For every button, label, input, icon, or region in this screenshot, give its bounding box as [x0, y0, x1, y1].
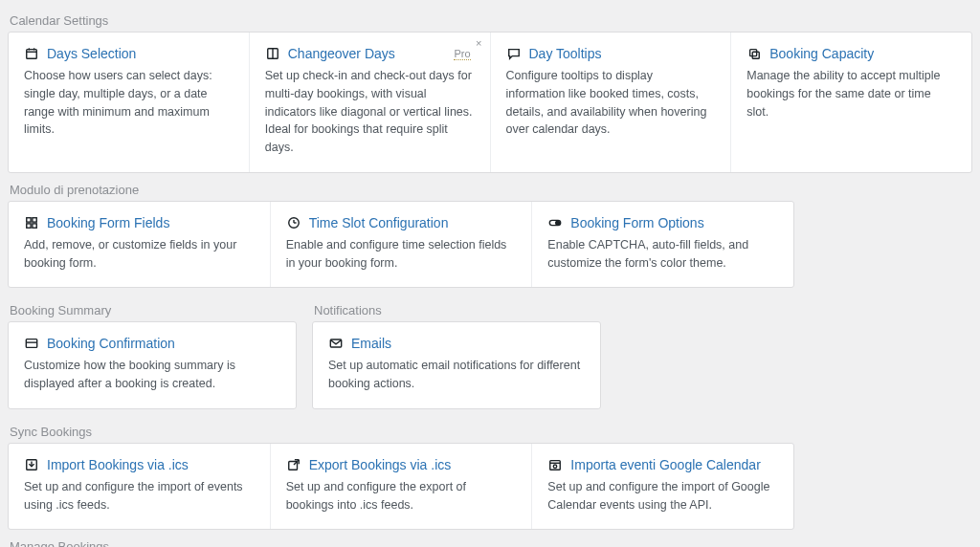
card-desc: Customize how the booking summary is dis… [24, 357, 280, 393]
svg-rect-10 [27, 224, 31, 228]
card-desc: Add, remove, or customize fields in your… [24, 236, 255, 273]
card-booking-form-options[interactable]: Booking Form Options Enable CAPTCHA, aut… [531, 202, 793, 288]
chat-icon [506, 46, 522, 61]
card-title-link[interactable]: Time Slot Configuration [309, 215, 449, 230]
columns-icon [265, 46, 280, 61]
card-desc: Set up and configure the import of event… [24, 478, 255, 514]
card-title-link[interactable]: Booking Form Fields [47, 215, 169, 230]
card-day-tooltips[interactable]: Day Tooltips Configure tooltips to displ… [490, 33, 731, 172]
card-desc: Set up check-in and check-out days for m… [265, 67, 475, 157]
download-icon [24, 457, 39, 472]
section-title-booking-summary: Booking Summary [10, 303, 297, 317]
mail-icon [328, 336, 344, 351]
svg-point-16 [556, 221, 560, 225]
toggle-icon [547, 215, 563, 230]
section-title-booking-form: Modulo di prenotazione [10, 183, 972, 197]
close-icon[interactable]: × [476, 38, 481, 49]
section-title-calendar-settings: Calendar Settings [10, 13, 972, 28]
card-title-link[interactable]: Importa eventi Google Calendar [570, 457, 760, 472]
card-import-ics[interactable]: Import Bookings via .ics Set up and conf… [9, 444, 270, 530]
section-title-notifications: Notifications [314, 303, 601, 317]
pro-badge: Pro [454, 48, 470, 60]
card-booking-form-fields[interactable]: Booking Form Fields Add, remove, or cust… [9, 202, 270, 288]
panel-calendar-settings: Days Selection Choose how users can sele… [8, 32, 972, 173]
svg-rect-9 [33, 218, 36, 222]
panel-sync-bookings: Import Bookings via .ics Set up and conf… [8, 443, 794, 531]
svg-line-25 [294, 460, 299, 465]
svg-rect-17 [26, 339, 36, 348]
card-time-slot-configuration[interactable]: Time Slot Configuration Enable and confi… [270, 202, 532, 288]
svg-rect-11 [33, 224, 36, 228]
card-desc: Configure tooltips to display informatio… [506, 67, 716, 139]
svg-rect-6 [750, 50, 757, 56]
copy-icon [746, 46, 762, 61]
svg-rect-0 [27, 50, 37, 59]
card-title-link[interactable]: Changeover Days [288, 46, 395, 61]
card-desc: Enable and configure time selection fiel… [286, 236, 517, 273]
card-export-ics[interactable]: Export Bookings via .ics Set up and conf… [270, 444, 532, 530]
calendar-icon [24, 46, 39, 61]
card-import-google-calendar[interactable]: Importa eventi Google Calendar Set up an… [531, 444, 793, 530]
card-title-link[interactable]: Booking Capacity [769, 46, 874, 61]
card-emails[interactable]: Emails Set up automatic email notificati… [313, 322, 600, 408]
card-title-link[interactable]: Booking Form Options [570, 215, 703, 230]
card-booking-capacity[interactable]: Booking Capacity Manage the ability to a… [730, 33, 971, 172]
card-title-link[interactable]: Day Tooltips [529, 46, 602, 61]
card-desc: Set up and configure the import of Googl… [547, 478, 778, 514]
calendar-sync-icon [547, 457, 563, 472]
card-title-link[interactable]: Import Bookings via .ics [47, 457, 189, 472]
section-title-sync-bookings: Sync Bookings [10, 425, 972, 439]
svg-rect-7 [753, 52, 760, 58]
card-title-link[interactable]: Booking Confirmation [47, 336, 175, 351]
card-desc: Enable CAPTCHA, auto-fill fields, and cu… [547, 236, 778, 273]
card-title-link[interactable]: Export Bookings via .ics [309, 457, 452, 472]
section-title-manage-bookings: Manage Bookings [10, 539, 972, 547]
card-desc: Choose how users can select days: single… [24, 67, 234, 139]
panel-booking-summary: Booking Confirmation Customize how the b… [8, 321, 297, 409]
card-icon [24, 336, 39, 351]
svg-rect-8 [27, 218, 31, 222]
card-days-selection[interactable]: Days Selection Choose how users can sele… [9, 33, 249, 172]
panel-booking-form: Booking Form Fields Add, remove, or cust… [8, 201, 794, 289]
grid-icon [24, 215, 39, 230]
card-desc: Set up and configure the export of booki… [286, 478, 517, 514]
card-desc: Set up automatic email notifications for… [328, 357, 585, 393]
panel-notifications: Emails Set up automatic email notificati… [312, 321, 601, 409]
card-booking-confirmation[interactable]: Booking Confirmation Customize how the b… [9, 322, 296, 408]
card-desc: Manage the ability to accept multiple bo… [746, 67, 956, 120]
clock-icon [286, 215, 301, 230]
card-changeover-days[interactable]: × Changeover Days Pro Set up check-in an… [249, 33, 490, 172]
svg-point-28 [554, 465, 558, 469]
card-title-link[interactable]: Days Selection [47, 46, 136, 61]
external-link-icon [286, 457, 301, 472]
card-title-link[interactable]: Emails [351, 336, 391, 351]
